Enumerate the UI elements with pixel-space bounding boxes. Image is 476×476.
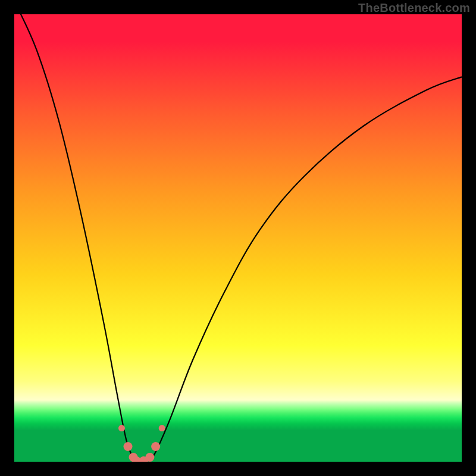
curve-marker: [151, 442, 160, 451]
bottleneck-curve: [14, 14, 462, 462]
curve-markers: [118, 425, 165, 462]
attribution-text: TheBottleneck.com: [358, 1, 470, 15]
curve-marker: [159, 425, 165, 431]
curve-left-branch: [14, 14, 136, 462]
curve-right-branch: [150, 77, 462, 462]
curve-marker: [145, 453, 154, 462]
curve-marker: [124, 442, 133, 451]
curve-marker: [118, 425, 125, 431]
plot-area: [14, 14, 462, 462]
